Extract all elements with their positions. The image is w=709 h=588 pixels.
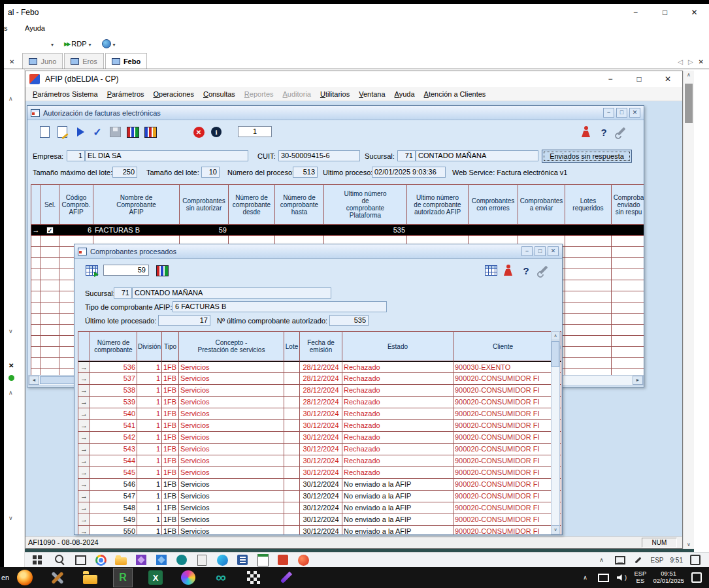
globe-dropdown[interactable] xyxy=(102,39,116,48)
tam-max-field[interactable]: 250 xyxy=(112,167,137,178)
volume-icon[interactable] xyxy=(616,572,627,583)
close-button[interactable] xyxy=(680,4,709,21)
tools-x-icon[interactable] xyxy=(48,568,67,587)
infinity-icon[interactable] xyxy=(212,568,230,587)
menu-item-reportes[interactable]: Reportes xyxy=(240,90,278,98)
menu-item-fragment[interactable]: s xyxy=(4,24,13,32)
checkered-icon[interactable] xyxy=(244,568,263,587)
minimize-button[interactable] xyxy=(521,246,533,256)
clock[interactable]: 9:51 xyxy=(670,557,683,564)
grid2-row[interactable]: →53711FBServicios28/12/2024Rechazado9000… xyxy=(78,373,561,385)
menu-item-auditoria[interactable]: Auditoria xyxy=(278,90,316,98)
autorizacion-titlebar[interactable]: Autorización de facturas electrónicas xyxy=(27,106,644,120)
maximize-button[interactable] xyxy=(625,71,653,87)
properties-icon[interactable] xyxy=(54,124,70,140)
menu-item-utilitarios[interactable]: Utilitarios xyxy=(316,90,354,98)
book-blue-icon[interactable] xyxy=(142,124,158,140)
session-tab-febo[interactable]: Febo xyxy=(105,53,147,69)
scrollbar-thumb[interactable] xyxy=(552,341,559,367)
folder-icon[interactable] xyxy=(81,568,99,587)
grid2-row[interactable]: →54011FBServicios30/12/2024Rechazado9000… xyxy=(78,408,561,420)
file-explorer-icon[interactable] xyxy=(115,554,127,566)
grid2-row[interactable]: →54511FBServicios30/12/2024Rechazado9000… xyxy=(78,467,561,479)
word-icon[interactable] xyxy=(237,554,248,566)
tam-field[interactable]: 10 xyxy=(201,167,220,178)
grid2-row[interactable]: →55011FBServicios30/12/2024No enviado a … xyxy=(78,526,561,535)
tab-scroll-right-icon[interactable] xyxy=(688,58,693,65)
run-icon[interactable] xyxy=(72,124,88,140)
vertical-scrollbar[interactable] xyxy=(551,331,560,534)
row-checkbox[interactable] xyxy=(46,227,54,234)
menu-item-atenci-n-a-clientes[interactable]: Atención a Clientes xyxy=(420,90,491,98)
save-icon[interactable] xyxy=(107,124,123,140)
start-button[interactable] xyxy=(34,554,46,566)
scroll-down-icon[interactable] xyxy=(8,328,13,335)
book-red-icon[interactable] xyxy=(125,124,140,140)
cuit-field[interactable]: 30-50009415-6 xyxy=(278,150,360,161)
help-icon[interactable] xyxy=(596,124,612,140)
task-view-icon[interactable] xyxy=(74,554,86,566)
paint-icon[interactable] xyxy=(156,554,167,566)
close-button[interactable] xyxy=(653,71,682,87)
session-tab-juno[interactable]: Juno xyxy=(22,53,63,69)
book-red-icon[interactable] xyxy=(154,263,170,278)
process-count-field[interactable]: 1 xyxy=(238,126,272,137)
menu-item-ayuda[interactable]: Ayuda xyxy=(21,24,49,32)
calendar-icon[interactable] xyxy=(257,554,269,566)
language-indicator[interactable]: ESP ES xyxy=(634,570,646,585)
minimize-button[interactable] xyxy=(603,108,614,118)
scroll-left-icon[interactable] xyxy=(29,376,39,385)
maximize-button[interactable] xyxy=(616,108,627,118)
browser-icon[interactable] xyxy=(297,554,309,566)
close-button[interactable] xyxy=(629,108,640,118)
menu-item-par-metros[interactable]: Parámetros xyxy=(103,90,149,98)
tray-caret-icon[interactable] xyxy=(596,554,608,566)
store-icon[interactable] xyxy=(176,554,188,566)
minimize-button[interactable] xyxy=(621,4,650,21)
new-document-icon[interactable] xyxy=(37,124,52,140)
grid2-row[interactable]: →54311FBServicios30/12/2024Rechazado9000… xyxy=(78,444,561,455)
close-button[interactable] xyxy=(548,246,559,256)
close-icon[interactable] xyxy=(8,362,14,369)
rdp-dropdown[interactable]: RDP xyxy=(64,40,91,48)
firefox-icon[interactable] xyxy=(16,568,34,587)
scroll-down-icon[interactable] xyxy=(684,542,694,547)
tab-scroll-left-icon[interactable] xyxy=(678,58,683,65)
procesados-titlebar[interactable]: Comprobantes procesados xyxy=(74,244,562,259)
scrollbar-thumb[interactable] xyxy=(685,84,693,123)
clock[interactable]: 09:51 02/01/2025 xyxy=(653,570,684,585)
keyboard-language[interactable]: ESP xyxy=(651,557,664,564)
chevron-down-icon[interactable] xyxy=(51,40,54,48)
paint-art-icon[interactable] xyxy=(179,568,197,587)
empresa-nombre-field[interactable]: EL DIA SA xyxy=(85,150,248,161)
chrome-icon[interactable] xyxy=(95,554,107,566)
exit-icon[interactable] xyxy=(501,263,516,278)
ult-proc-field[interactable]: 02/01/2025 9:03:36 xyxy=(372,167,446,178)
scroll-up-icon[interactable] xyxy=(8,389,13,396)
action-center-icon[interactable] xyxy=(689,554,701,566)
grid2-row[interactable]: →54711FBServicios30/12/2024No enviado a … xyxy=(78,491,561,502)
menu-item-ayuda[interactable]: Ayuda xyxy=(390,90,420,98)
tools-icon[interactable] xyxy=(536,263,552,278)
grid2-row[interactable]: →54611FBServicios30/12/2024No enviado a … xyxy=(78,479,561,491)
search-icon[interactable] xyxy=(54,554,66,566)
grid2-row[interactable]: →54811FBServicios30/12/2024No enviado a … xyxy=(78,502,561,514)
tab-close-icon[interactable] xyxy=(699,58,704,65)
empresa-num-field[interactable]: 1 xyxy=(67,150,85,161)
grid2-row[interactable]: →53811FBServicios28/12/2024Rechazado9000… xyxy=(78,385,561,397)
table-icon[interactable] xyxy=(483,263,499,278)
session-vertical-scrollbar[interactable] xyxy=(683,71,694,549)
grid2-row[interactable]: →53911FBServicios28/12/2024Rechazado9000… xyxy=(78,397,561,408)
scroll-up-icon[interactable] xyxy=(8,95,13,102)
maximize-button[interactable] xyxy=(535,246,546,256)
scroll-up-icon[interactable] xyxy=(552,332,559,340)
minimize-button[interactable] xyxy=(596,71,625,87)
network-icon[interactable] xyxy=(597,572,609,583)
tray-caret-icon[interactable] xyxy=(579,572,591,583)
enviados-sin-respuesta-button[interactable]: Enviados sin respuesta xyxy=(542,150,632,163)
tools-icon[interactable] xyxy=(614,124,629,140)
maximize-button[interactable] xyxy=(650,4,680,21)
pen-tray-icon[interactable] xyxy=(633,554,644,566)
scroll-down-icon[interactable] xyxy=(8,515,13,521)
pen-icon[interactable] xyxy=(277,568,295,587)
